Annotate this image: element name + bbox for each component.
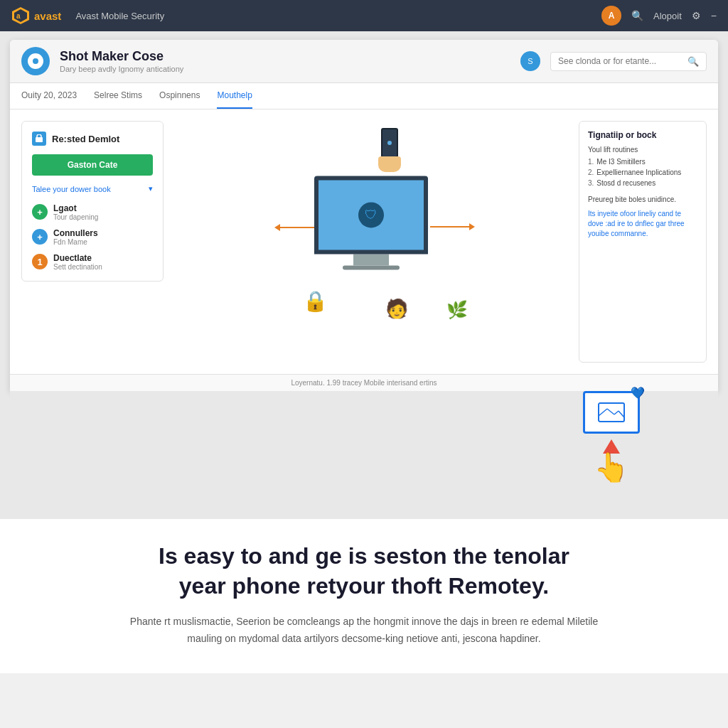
- browser-header: Shot Maker Cose Dary beep avdly Ignomy a…: [10, 40, 718, 83]
- search-input[interactable]: [558, 56, 683, 66]
- list-item-name-0: Lgaot: [53, 203, 98, 213]
- monitor-stand: [353, 254, 389, 265]
- list-item-name-2: Duectlate: [53, 253, 102, 263]
- info-box-intro: Youl lift routines: [588, 146, 697, 154]
- list-item: 1 Duectlate Sett dectination: [32, 253, 153, 271]
- nav-tabs: Ouity 20, 2023 Selree Stims Ospinnens Mo…: [10, 83, 718, 109]
- list-item-text-0: Lgaot Tour dapening: [53, 203, 98, 221]
- avast-logo: a avast: [11, 6, 61, 25]
- info-list-item: Expelliernanee Inplications: [588, 167, 697, 178]
- floating-hand-area: 💙 👆: [10, 391, 718, 519]
- nav-section-title: Avast Mobile Security: [75, 11, 164, 21]
- search-bar: 🔍: [550, 52, 707, 71]
- info-numbered-list: Me I3 Smitillers Expelliernanee Inplicat…: [588, 156, 697, 188]
- right-arrow: [430, 223, 475, 230]
- right-arrow-line: [430, 226, 469, 228]
- illustration-wrapper: 🛡 🔒 🧑 🌿: [175, 121, 567, 334]
- list-item-sub-0: Tour dapening: [53, 213, 98, 221]
- app-subtitle: Dary beep avdly Ignomy anticationy: [60, 65, 510, 73]
- monitor-shield-icon: 🛡: [358, 202, 384, 228]
- list-item-sub-1: Fdn Mame: [53, 238, 98, 246]
- app-icon: [21, 47, 50, 75]
- nav-user-label: Alopoit: [653, 11, 682, 21]
- nav-search-button[interactable]: 🔍: [631, 10, 643, 21]
- lower-section: Is easy to and ge is seston the tenolary…: [0, 519, 728, 673]
- info-summary: Preureg bite boles unidince.: [588, 196, 697, 203]
- list-item: + Lgaot Tour dapening: [32, 203, 153, 221]
- sidebar-dropdown[interactable]: Talee your dower book ▾: [32, 184, 153, 193]
- list-item: + Connullers Fdn Mame: [32, 228, 153, 246]
- info-cta-text: Its inyeite ofoor lineliy cand te dove :…: [588, 209, 697, 239]
- lock-figure: 🔒: [303, 289, 328, 313]
- monitor-group: 🛡: [314, 176, 428, 269]
- click-box-image-icon: [597, 402, 626, 423]
- card-title: Re:sted Demlot: [32, 132, 153, 146]
- sidebar-list: + Lgaot Tour dapening + Connullers Fdn M…: [32, 203, 153, 271]
- right-info-box: Tignatiip or bock Youl lift routines Me …: [579, 121, 707, 363]
- svg-rect-3: [36, 137, 43, 142]
- info-list-item: Stosd d recusenes: [588, 178, 697, 188]
- left-sidebar: Re:sted Demlot Gaston Cate Talee your do…: [21, 121, 164, 363]
- app-icon-inner: [28, 53, 43, 69]
- phone-screen: [381, 128, 398, 158]
- left-arrow-line: [280, 227, 319, 228]
- sub-paragraph: Phante rt muslismactie, Seerion be comcl…: [122, 614, 606, 648]
- tab-date[interactable]: Ouity 20, 2023: [21, 83, 77, 109]
- card-icon-svg: [35, 134, 43, 143]
- list-item-name-1: Connullers: [53, 228, 98, 238]
- person-figure: 🧑: [385, 298, 408, 320]
- nav-user-avatar[interactable]: A: [601, 6, 621, 26]
- click-box: 💙: [583, 391, 640, 434]
- card-title-text: Re:sted Demlot: [52, 134, 119, 144]
- plant-decoration: 🌿: [446, 300, 468, 320]
- info-list-item: Me I3 Smitillers: [588, 156, 697, 167]
- phone-dot: [387, 141, 392, 145]
- app-icon-dot: [33, 58, 38, 64]
- avast-shield-icon: a: [11, 6, 30, 25]
- heart-icon: 💙: [631, 386, 645, 400]
- left-arrow: [274, 224, 319, 231]
- app-title: Shot Maker Cose: [60, 49, 510, 64]
- main-headline: Is easy to and ge is seston the tenolary…: [28, 542, 700, 601]
- card-icon: [32, 132, 46, 146]
- info-box-title: Tignatiip or bock: [588, 130, 697, 140]
- click-hand-icon: 👆: [594, 451, 629, 484]
- list-item-icon-2: 1: [32, 254, 48, 269]
- list-item-icon-1: +: [32, 229, 48, 245]
- svg-line-5: [599, 409, 607, 416]
- left-arrow-head-icon: [274, 224, 280, 231]
- list-item-icon-0: +: [32, 204, 48, 220]
- click-illustration: 💙 👆: [562, 391, 661, 505]
- cta-button[interactable]: Gaston Cate: [32, 154, 153, 176]
- phone-hand-group: [378, 128, 401, 172]
- svg-line-8: [619, 411, 624, 417]
- monitor-screen: 🛡: [314, 176, 428, 254]
- hand-shape: [378, 156, 401, 172]
- top-navigation: a avast Avast Mobile Security A 🔍 Alopoi…: [0, 0, 728, 31]
- svg-text:a: a: [16, 12, 21, 20]
- search-submit-button[interactable]: 🔍: [687, 56, 699, 67]
- app-title-group: Shot Maker Cose Dary beep avdly Ignomy a…: [60, 49, 510, 73]
- center-illustration: 🛡 🔒 🧑 🌿: [175, 121, 567, 363]
- tab-selree[interactable]: Selree Stims: [94, 83, 142, 109]
- monitor-base: [343, 265, 400, 269]
- dropdown-label: Talee your dower book: [32, 185, 111, 193]
- tab-mouthelp[interactable]: Mouthelp: [217, 83, 252, 109]
- list-item-text-1: Connullers Fdn Mame: [53, 228, 98, 246]
- svg-line-7: [614, 411, 619, 414]
- nav-minimize-button[interactable]: −: [711, 10, 717, 21]
- header-avatar[interactable]: S: [520, 51, 540, 71]
- browser-footer: Loyernatu. 1.99 tracey Mobile interisand…: [10, 374, 718, 391]
- footer-text: Loyernatu. 1.99 tracey Mobile interisand…: [291, 379, 437, 387]
- right-arrow-head-icon: [469, 223, 475, 230]
- list-item-text-2: Duectlate Sett dectination: [53, 253, 102, 271]
- dropdown-chevron-icon: ▾: [149, 184, 153, 193]
- list-item-sub-2: Sett dectination: [53, 263, 102, 271]
- sidebar-card: Re:sted Demlot Gaston Cate Talee your do…: [21, 121, 164, 282]
- browser-container: Shot Maker Cose Dary beep avdly Ignomy a…: [0, 31, 728, 519]
- tab-ospinnens[interactable]: Ospinnens: [159, 83, 200, 109]
- svg-line-6: [607, 409, 614, 414]
- nav-right-group: A 🔍 Alopoit ⚙ −: [601, 6, 717, 26]
- avast-logo-text: avast: [34, 10, 61, 22]
- nav-settings-button[interactable]: ⚙: [692, 10, 701, 21]
